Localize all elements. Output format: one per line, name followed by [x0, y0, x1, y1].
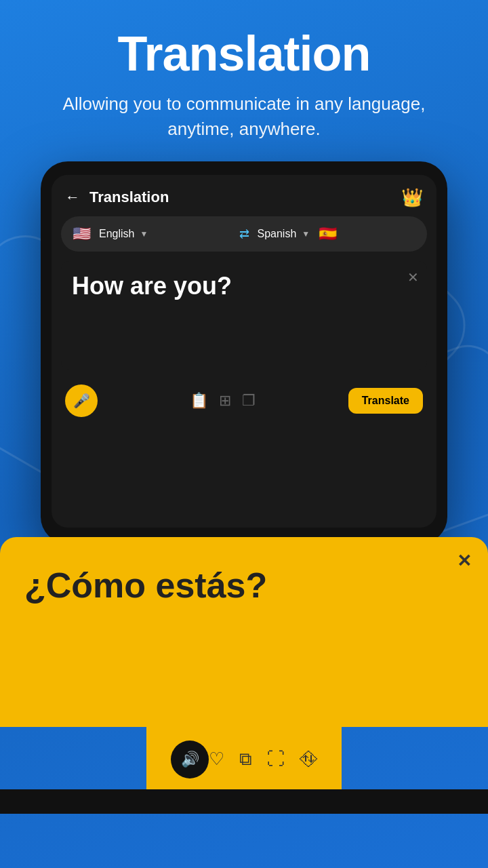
- favorite-icon[interactable]: ♡: [209, 749, 224, 770]
- swap-languages-icon[interactable]: ⇄: [239, 226, 249, 241]
- phone-toolbar: 🎤 📋 ⊞ ❐ Translate: [52, 375, 436, 427]
- header-area: Translation Allowing you to communicate …: [0, 0, 488, 155]
- speaker-button[interactable]: 🔊: [171, 741, 209, 778]
- page-title: Translation: [27, 27, 461, 81]
- page-subtitle: Allowing you to communicate in any langu…: [27, 92, 461, 141]
- result-footer: 🔊 ♡ ⧉ ⛶ ⛗: [146, 727, 342, 789]
- expand-icon[interactable]: ⛶: [267, 749, 285, 770]
- clipboard-icon[interactable]: 📋: [190, 392, 208, 410]
- clear-button[interactable]: ✕: [407, 269, 419, 285]
- input-text: How are you?: [72, 272, 416, 300]
- result-card: ✕ ¿Cómo estás?: [0, 537, 488, 727]
- phone-mockup: ← Translation 👑 🇺🇸 English ▼ ⇄ Spanish: [41, 161, 447, 544]
- source-lang-name: English: [99, 228, 134, 240]
- source-language[interactable]: 🇺🇸 English ▼: [69, 222, 231, 246]
- target-language[interactable]: Spanish ▼ 🇪🇸: [258, 222, 420, 246]
- share-icon[interactable]: ⛗: [300, 749, 317, 770]
- bottom-bar: [0, 789, 488, 814]
- source-chevron-icon: ▼: [140, 229, 148, 239]
- text-input-area[interactable]: How are you? ✕: [61, 261, 427, 370]
- main-container: Translation Allowing you to communicate …: [0, 0, 488, 868]
- app-bar: ← Translation 👑: [52, 175, 436, 216]
- source-flag: 🇺🇸: [69, 222, 94, 246]
- language-selector[interactable]: 🇺🇸 English ▼ ⇄ Spanish ▼ 🇪🇸: [61, 216, 427, 252]
- target-chevron-icon: ▼: [302, 229, 310, 239]
- translate-button[interactable]: Translate: [348, 388, 423, 414]
- toolbar-icons: 📋 ⊞ ❐: [190, 392, 256, 410]
- back-icon[interactable]: ←: [65, 189, 80, 206]
- app-bar-title: Translation: [89, 189, 169, 206]
- grid-icon[interactable]: ⊞: [219, 392, 231, 410]
- microphone-button[interactable]: 🎤: [65, 384, 98, 417]
- target-flag: 🇪🇸: [315, 222, 340, 246]
- copy-input-icon[interactable]: ❐: [242, 392, 256, 410]
- speaker-icon: 🔊: [181, 751, 199, 768]
- phone-frame: ← Translation 👑 🇺🇸 English ▼ ⇄ Spanish: [41, 161, 447, 544]
- result-actions: ♡ ⧉ ⛶ ⛗: [209, 749, 317, 770]
- app-bar-left: ← Translation: [65, 189, 169, 206]
- result-close-button[interactable]: ✕: [457, 551, 472, 572]
- crown-icon[interactable]: 👑: [401, 187, 423, 208]
- copy-result-icon[interactable]: ⧉: [239, 749, 252, 770]
- translated-text: ¿Cómo estás?: [24, 564, 464, 606]
- target-lang-name: Spanish: [258, 228, 297, 240]
- phone-screen: ← Translation 👑 🇺🇸 English ▼ ⇄ Spanish: [52, 175, 436, 528]
- mic-icon: 🎤: [73, 393, 90, 409]
